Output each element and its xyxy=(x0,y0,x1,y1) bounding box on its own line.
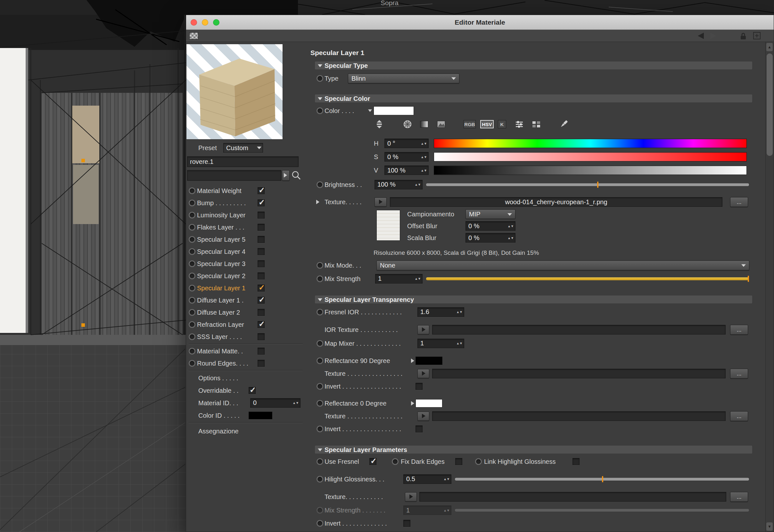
gradient-icon[interactable] xyxy=(419,119,429,129)
rgb-mode-button[interactable]: RGB xyxy=(464,120,476,128)
slider-handle[interactable] xyxy=(597,181,599,188)
reflectance-90-swatch[interactable] xyxy=(415,357,442,365)
vertical-scrollbar[interactable]: ▲ ▼ xyxy=(765,42,774,532)
channel-row-specular-5[interactable]: Specular Layer 5 xyxy=(186,233,305,246)
channel-radio[interactable] xyxy=(189,348,196,355)
channel-radio[interactable] xyxy=(189,248,196,255)
preset-search-icon[interactable] xyxy=(291,170,302,181)
key-radio[interactable] xyxy=(317,262,323,269)
channel-row-refraction[interactable]: Refraction Layer xyxy=(186,318,305,331)
stepper-icon[interactable]: ▲▼ xyxy=(413,277,421,280)
compact-mode-icon[interactable] xyxy=(375,119,384,129)
channel-radio[interactable] xyxy=(189,212,196,219)
channel-radio[interactable] xyxy=(189,321,196,328)
channel-radio[interactable] xyxy=(189,188,196,194)
link-highlight-checkbox[interactable] xyxy=(572,458,579,465)
key-radio[interactable] xyxy=(317,75,323,82)
type-dropdown[interactable]: Blinn xyxy=(348,73,459,83)
section-specular-color[interactable]: Specular Color xyxy=(315,94,753,103)
stepper-icon[interactable]: ▲▼ xyxy=(506,237,514,239)
stepper-icon[interactable]: ▲▼ xyxy=(455,342,463,345)
channel-checkbox[interactable] xyxy=(258,212,265,219)
channel-radio[interactable] xyxy=(189,261,196,267)
channel-radio[interactable] xyxy=(189,273,196,279)
use-fresnel-checkbox[interactable] xyxy=(369,458,376,465)
key-radio[interactable] xyxy=(317,476,323,482)
expand-icon[interactable] xyxy=(316,200,322,204)
hue-gradient-bar[interactable] xyxy=(434,139,747,148)
ior-texture-field[interactable] xyxy=(432,325,726,335)
channel-row-specular-4[interactable]: Specular Layer 4 xyxy=(186,246,305,258)
key-radio[interactable] xyxy=(317,358,323,364)
texture-browse-button[interactable]: ... xyxy=(730,197,748,207)
slider-handle[interactable] xyxy=(602,476,603,482)
channel-row-material-matte[interactable]: Material Matte. . xyxy=(186,345,305,357)
v-field[interactable]: 100 % ▲▼ xyxy=(384,165,429,175)
section-parameters[interactable]: Specular Layer Parameters xyxy=(315,445,753,454)
key-radio[interactable] xyxy=(317,181,323,188)
stepper-icon[interactable]: ▲▼ xyxy=(419,169,427,172)
stepper-icon[interactable]: ▲▼ xyxy=(506,225,514,228)
channel-radio[interactable] xyxy=(189,334,196,340)
lock-icon[interactable] xyxy=(740,32,747,40)
channel-checkbox[interactable] xyxy=(258,272,265,279)
stepper-icon[interactable]: ▲▼ xyxy=(442,478,450,480)
channel-radio[interactable] xyxy=(189,360,196,367)
mix-strength-slider[interactable] xyxy=(426,277,749,280)
hsv-mode-button[interactable]: HSV xyxy=(480,120,494,128)
brightness-slider[interactable] xyxy=(426,183,749,186)
channel-checkbox[interactable] xyxy=(258,248,265,255)
fix-dark-edges-checkbox[interactable] xyxy=(455,458,462,465)
sampling-dropdown[interactable]: MIP xyxy=(465,209,515,219)
channel-row-diffuse-2[interactable]: Diffuse Layer 2 xyxy=(186,306,305,318)
channel-checkbox[interactable] xyxy=(258,333,265,340)
preset-expand-button[interactable] xyxy=(282,170,290,181)
channel-checkbox[interactable] xyxy=(258,199,265,206)
window-titlebar[interactable]: Editor Materiale xyxy=(186,15,774,30)
mix-mode-dropdown[interactable]: None xyxy=(376,260,749,270)
channel-row-specular-2[interactable]: Specular Layer 2 xyxy=(186,270,305,282)
value-gradient-bar[interactable] xyxy=(434,166,747,175)
material-id-field[interactable]: 0 ▲▼ xyxy=(250,398,301,408)
invert-0-checkbox[interactable] xyxy=(415,425,423,432)
key-radio[interactable] xyxy=(317,340,323,347)
section-specular-type[interactable]: Specular Type xyxy=(315,61,753,70)
zoom-icon[interactable] xyxy=(213,19,220,26)
assignment-row[interactable]: Assegnazione xyxy=(186,425,305,437)
channel-row-specular-1[interactable]: Specular Layer 1 xyxy=(186,282,305,294)
stepper-icon[interactable]: ▲▼ xyxy=(419,142,427,145)
key-radio[interactable] xyxy=(317,275,323,282)
channel-checkbox[interactable] xyxy=(258,260,265,267)
hilight-glossiness-field[interactable]: 0.5 ▲▼ xyxy=(403,474,451,484)
scroll-down-icon[interactable]: ▼ xyxy=(766,522,773,531)
texture-menu-button[interactable] xyxy=(417,369,429,378)
invert-checkbox[interactable] xyxy=(403,520,410,527)
channel-checkbox[interactable] xyxy=(258,285,265,292)
offset-blur-field[interactable]: 0 % ▲▼ xyxy=(465,221,515,231)
texture-menu-button[interactable] xyxy=(417,411,429,421)
forward-arrow-icon[interactable] xyxy=(710,32,718,40)
channel-row-diffuse-1[interactable]: Diffuse Layer 1 . xyxy=(186,294,305,306)
channel-radio[interactable] xyxy=(189,200,196,206)
slider-handle[interactable] xyxy=(748,276,749,282)
reflectance-0-swatch[interactable] xyxy=(415,399,442,407)
key-radio[interactable] xyxy=(317,309,323,315)
key-radio[interactable] xyxy=(317,400,323,407)
mixer-icon[interactable] xyxy=(514,119,524,129)
preset-select[interactable]: Custom xyxy=(223,143,263,153)
specular-color-swatch[interactable] xyxy=(374,106,414,115)
channel-row-specular-3[interactable]: Specular Layer 3 xyxy=(186,258,305,270)
brightness-field[interactable]: 100 % ▲▼ xyxy=(375,180,423,189)
key-radio[interactable] xyxy=(317,520,323,527)
stepper-icon[interactable]: ▲▼ xyxy=(291,401,299,404)
browse-button[interactable]: ... xyxy=(730,411,748,421)
channel-checkbox[interactable] xyxy=(258,187,265,194)
key-radio[interactable] xyxy=(317,108,323,114)
channel-checkbox[interactable] xyxy=(258,321,265,328)
texture-menu-button[interactable] xyxy=(405,492,417,501)
map-mixer-field[interactable]: 1 ▲▼ xyxy=(417,339,464,348)
scroll-up-icon[interactable]: ▲ xyxy=(766,43,773,51)
minimize-icon[interactable] xyxy=(202,19,208,26)
stepper-icon[interactable]: ▲▼ xyxy=(413,183,421,186)
section-transparency[interactable]: Specular Layer Transparency xyxy=(315,295,753,304)
